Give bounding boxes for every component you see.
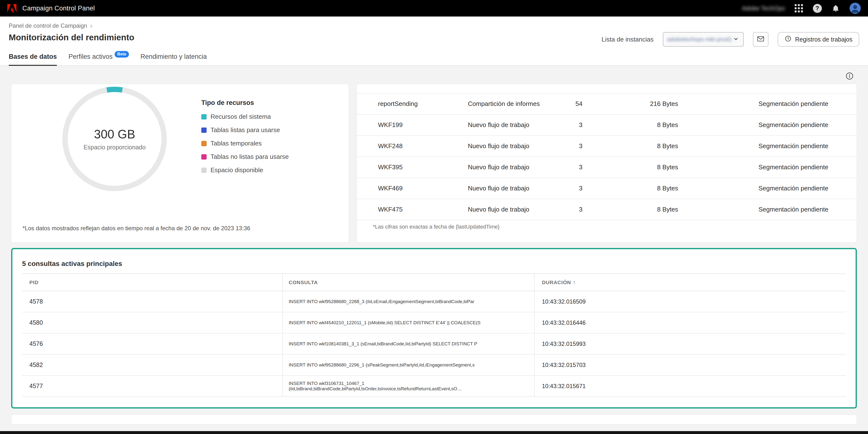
query-duration: 10:43:32.015671 <box>534 376 846 396</box>
workflow-name: WKF475 <box>378 206 468 213</box>
queries-table: PID CONSULTA DURACIÓN ↑ 4578 INSERT INTO… <box>22 274 846 397</box>
table-row: 4578 INSERT INTO wkf95288680_2288_3 (iId… <box>22 291 846 312</box>
workflow-description: Nuevo flujo de trabajo <box>468 121 543 129</box>
tab-bases-de-datos[interactable]: Bases de datos <box>9 51 57 65</box>
sort-ascending-icon: ↑ <box>573 279 576 286</box>
workflow-size: 8 Bytes <box>583 163 678 171</box>
donut-value: 300 GB <box>94 127 135 141</box>
workflow-status: Segmentación pendiente <box>678 100 857 107</box>
query-text: INSERT INTO wkf95288680_2288_3 (iId,sEma… <box>282 291 534 312</box>
user-avatar[interactable] <box>849 3 861 14</box>
tab-label: Bases de datos <box>9 53 57 60</box>
top-queries-card: 5 consultas activas principales PID CONS… <box>11 248 857 408</box>
query-text: INSERT INTO wkf95288680_2296_1 (sPeakSeg… <box>282 354 534 375</box>
resource-type-legend: Tipo de recursos Recursos del sistema Ta… <box>201 99 289 180</box>
table-row: WKF248 Nuevo flujo de trabajo 3 8 Bytes … <box>357 136 857 157</box>
main-content: 300 GB Espacio proporcionado Tipo de rec… <box>0 66 868 425</box>
workflow-description: Nuevo flujo de trabajo <box>468 206 543 213</box>
workflow-name: reportSending <box>378 100 468 107</box>
workflow-size: 8 Bytes <box>583 185 678 192</box>
query-text: INSERT INTO wkf108140381_3_1 (sEmail,biB… <box>282 334 534 354</box>
breadcrumb: Panel de control de Campaign › <box>0 17 868 29</box>
workflow-count: 3 <box>543 142 583 150</box>
query-pid: 4578 <box>22 291 282 312</box>
query-duration: 10:43:32.015993 <box>534 334 846 354</box>
tabs: Bases de datos Perfiles activos Beta Ren… <box>0 51 868 66</box>
table-row: WKF469 Nuevo flujo de trabajo 3 8 Bytes … <box>357 178 857 199</box>
queries-table-header: PID CONSULTA DURACIÓN ↑ <box>22 274 846 291</box>
query-text: INSERT INTO wkf3106731_10467_1 (iId,biBr… <box>282 376 534 396</box>
table-row: 4582 INSERT INTO wkf95288680_2296_1 (sPe… <box>22 354 846 376</box>
bottom-edge-bar <box>0 431 868 434</box>
instances-label: Lista de instancias <box>602 36 654 43</box>
clock-icon <box>784 35 792 44</box>
instance-select[interactable]: adobetechops-mkt-prod1 <box>663 32 744 46</box>
workflow-status: Segmentación pendiente <box>678 121 857 129</box>
next-card-partial <box>11 414 857 425</box>
workflow-status: Segmentación pendiente <box>678 185 857 192</box>
table-row: reportSending Compartición de informes 5… <box>357 93 857 115</box>
table-row: WKF199 Nuevo flujo de trabajo 3 8 Bytes … <box>357 115 857 136</box>
help-icon[interactable]: ? <box>813 4 822 13</box>
envelope-icon <box>757 35 765 44</box>
column-header-pid[interactable]: PID <box>22 274 282 291</box>
workflows-footnote: *Las cifras son exactas a fecha de {last… <box>357 224 857 230</box>
donut-label: Espacio proporcionado <box>84 144 146 151</box>
email-alerts-button[interactable] <box>753 32 769 46</box>
tab-label: Perfiles activos <box>68 53 113 60</box>
workflow-name: WKF248 <box>378 142 468 150</box>
legend-swatch <box>201 141 207 146</box>
legend-swatch <box>201 127 207 133</box>
job-logs-label: Registros de trabajos <box>795 36 852 43</box>
workflow-description: Nuevo flujo de trabajo <box>468 142 543 150</box>
page-header: Panel de control de Campaign › Monitoriz… <box>0 17 868 66</box>
workflow-name: WKF199 <box>378 121 468 129</box>
adobe-logo-icon[interactable] <box>7 4 17 12</box>
legend-item: Tablas temporales <box>201 140 289 147</box>
legend-swatch <box>201 167 207 173</box>
legend-title: Tipo de recursos <box>201 99 289 106</box>
workflow-status: Segmentación pendiente <box>678 206 857 213</box>
legend-label: Recursos del sistema <box>211 113 271 120</box>
workflow-size: 8 Bytes <box>583 206 678 213</box>
workflow-count: 3 <box>543 163 583 171</box>
workflow-size: 8 Bytes <box>583 121 678 129</box>
workflows-table-scroll[interactable]: reportSending Compartición de informes 5… <box>357 84 857 220</box>
query-duration: 10:43:32.016446 <box>534 312 846 333</box>
tab-rendimiento-latencia[interactable]: Rendimiento y latencia <box>141 51 207 65</box>
legend-swatch <box>201 154 207 160</box>
storage-card: 300 GB Espacio proporcionado Tipo de rec… <box>11 84 349 243</box>
workflow-count: 3 <box>543 185 583 192</box>
column-header-duracion[interactable]: DURACIÓN ↑ <box>534 274 846 291</box>
table-row: WKF395 Nuevo flujo de trabajo 3 8 Bytes … <box>357 157 857 178</box>
table-row: 4577 INSERT INTO wkf3106731_10467_1 (iId… <box>22 376 846 397</box>
query-pid: 4582 <box>22 354 282 375</box>
query-pid: 4577 <box>22 376 282 396</box>
legend-label: Tablas listas para usarse <box>211 126 280 134</box>
job-logs-button[interactable]: Registros de trabajos <box>778 32 859 46</box>
workflow-count: 54 <box>543 100 583 107</box>
header-controls: Lista de instancias adobetechops-mkt-pro… <box>602 32 859 46</box>
workflow-status: Segmentación pendiente <box>678 163 857 171</box>
tab-label: Rendimiento y latencia <box>141 53 207 60</box>
app-title: Campaign Control Panel <box>22 5 95 12</box>
tab-perfiles-activos[interactable]: Perfiles activos Beta <box>68 51 129 65</box>
storage-donut-chart: 300 GB Espacio proporcionado <box>61 86 168 192</box>
legend-item: Tablas listas para usarse <box>201 126 289 134</box>
page-title: Monitorización del rendimiento <box>9 33 134 42</box>
org-name[interactable]: Adobe TechOps <box>742 5 785 12</box>
table-row: 4576 INSERT INTO wkf108140381_3_1 (sEmai… <box>22 334 846 354</box>
beta-badge: Beta <box>115 51 129 58</box>
info-icon[interactable] <box>846 72 854 80</box>
workflows-card: reportSending Compartición de informes 5… <box>357 84 857 243</box>
breadcrumb-link[interactable]: Panel de control de Campaign <box>9 22 87 29</box>
legend-label: Espacio disponible <box>211 166 263 174</box>
query-text: INSERT INTO wkf4540210_122011_1 (sMobile… <box>282 312 534 333</box>
column-header-consulta[interactable]: CONSULTA <box>282 274 534 291</box>
instance-value: adobetechops-mkt-prod1 <box>667 36 732 43</box>
query-duration: 10:43:32.016509 <box>534 291 846 312</box>
legend-item: Espacio disponible <box>201 166 289 174</box>
app-switcher-icon[interactable] <box>794 4 803 13</box>
chevron-right-icon: › <box>90 23 92 29</box>
notifications-bell-icon[interactable] <box>831 4 840 13</box>
